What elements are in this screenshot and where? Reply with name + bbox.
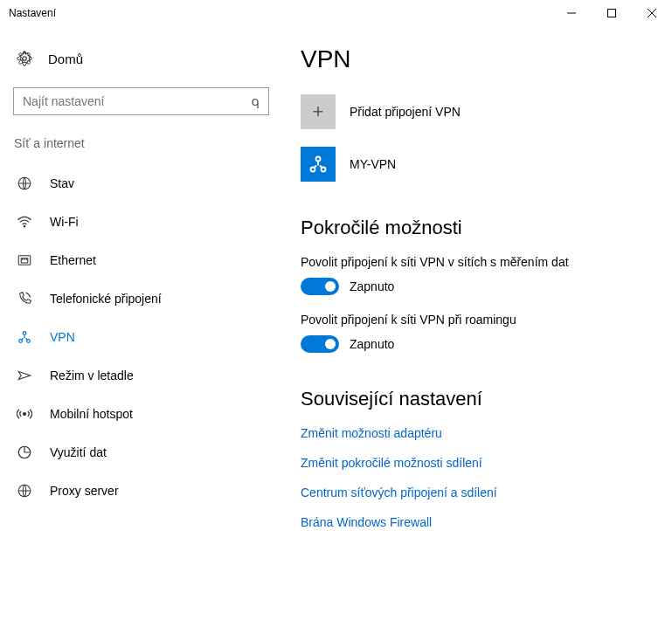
add-vpn-label: Přidat připojení VPN [350, 105, 461, 119]
sidebar-item-data-usage[interactable]: Využití dat [13, 433, 278, 472]
sidebar-item-vpn[interactable]: VPN [13, 318, 278, 356]
related-heading: Související nastavení [301, 388, 655, 410]
metered-toggle[interactable] [301, 278, 339, 295]
window-controls [551, 0, 672, 26]
titlebar: Nastavení [0, 0, 672, 26]
vpn-connection-item[interactable]: MY-VPN [301, 147, 655, 182]
sidebar-item-hotspot[interactable]: Mobilní hotspot [13, 395, 278, 433]
home-label: Domů [48, 52, 83, 66]
metered-toggle-label: Povolit připojení k síti VPN v sítích s … [301, 255, 655, 269]
svg-point-6 [24, 226, 25, 228]
home-button[interactable]: Domů [13, 45, 278, 72]
search-icon: ⍴ [251, 93, 260, 109]
plus-icon: + [301, 94, 336, 129]
maximize-button[interactable] [592, 0, 632, 26]
sidebar-item-label: Mobilní hotspot [50, 407, 133, 421]
vpn-tile-icon [301, 147, 336, 182]
sidebar-item-label: Telefonické připojení [50, 292, 162, 306]
metered-toggle-state: Zapnuto [350, 279, 394, 293]
proxy-icon [17, 483, 32, 499]
sidebar-item-dialup[interactable]: Telefonické připojení [13, 279, 278, 318]
search-box[interactable]: ⍴ [13, 87, 269, 115]
add-vpn-button[interactable]: + Přidat připojení VPN [301, 94, 655, 129]
link-network-center[interactable]: Centrum síťových připojení a sdílení [301, 486, 655, 499]
sidebar-item-label: Proxy server [50, 484, 119, 498]
link-windows-firewall[interactable]: Brána Windows Firewall [301, 515, 655, 529]
main-panel: VPN + Přidat připojení VPN MY-VPN Pokroč… [278, 45, 672, 620]
sidebar-item-label: Využití dat [50, 445, 107, 459]
advanced-heading: Pokročilé možnosti [301, 217, 655, 239]
sidebar-item-label: Wi-Fi [50, 215, 79, 229]
phone-icon [17, 291, 32, 307]
globe-icon [17, 176, 32, 191]
roaming-toggle[interactable] [301, 335, 339, 353]
roaming-toggle-state: Zapnuto [350, 337, 394, 351]
svg-point-12 [24, 413, 26, 416]
ethernet-icon [17, 252, 32, 268]
vpn-icon [17, 329, 32, 345]
gear-icon [17, 51, 32, 66]
sidebar-item-label: Ethernet [50, 253, 96, 267]
content: Domů ⍴ Síť a internet Stav Wi-Fi Etherne… [0, 26, 672, 620]
sidebar-item-label: VPN [50, 330, 75, 344]
search-input[interactable] [23, 94, 251, 108]
sidebar-item-proxy[interactable]: Proxy server [13, 472, 278, 510]
airplane-icon [17, 368, 32, 383]
sidebar-item-status[interactable]: Stav [13, 164, 278, 203]
page-title: VPN [301, 45, 655, 73]
wifi-icon [17, 214, 32, 230]
svg-rect-1 [608, 10, 616, 17]
link-adapter-options[interactable]: Změnit možnosti adaptéru [301, 426, 655, 440]
metered-toggle-row: Zapnuto [301, 278, 655, 295]
sidebar-item-airplane[interactable]: Režim v letadle [13, 356, 278, 395]
sidebar-item-label: Stav [50, 176, 74, 190]
sidebar-item-wifi[interactable]: Wi-Fi [13, 203, 278, 241]
close-button[interactable] [632, 0, 672, 26]
vpn-name-label: MY-VPN [350, 157, 396, 171]
window-title: Nastavení [9, 7, 551, 19]
svg-point-17 [316, 157, 321, 162]
hotspot-icon [17, 406, 32, 422]
roaming-toggle-label: Povolit připojení k síti VPN při roaming… [301, 313, 655, 327]
roaming-toggle-row: Zapnuto [301, 335, 655, 353]
data-usage-icon [17, 444, 32, 460]
svg-point-4 [23, 57, 27, 61]
sidebar: Domů ⍴ Síť a internet Stav Wi-Fi Etherne… [0, 45, 278, 620]
minimize-button[interactable] [551, 0, 592, 26]
svg-point-11 [23, 332, 26, 335]
category-label: Síť a internet [13, 136, 278, 150]
sidebar-item-label: Režim v letadle [50, 369, 134, 382]
link-advanced-sharing[interactable]: Změnit pokročilé možnosti sdílení [301, 456, 655, 470]
sidebar-item-ethernet[interactable]: Ethernet [13, 241, 278, 279]
